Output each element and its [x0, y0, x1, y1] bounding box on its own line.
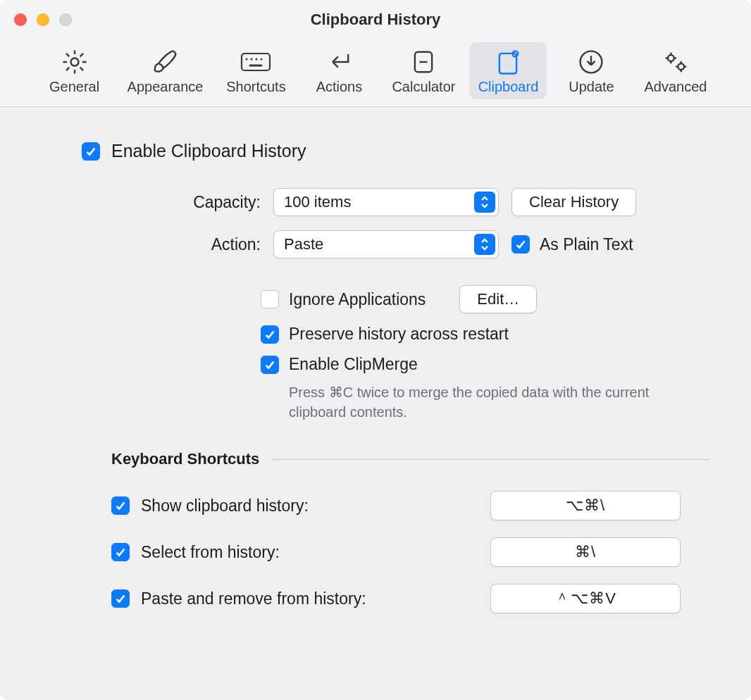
content-pane: Enable Clipboard History Capacity: 100 i… — [0, 107, 751, 700]
clipmerge-hint: Press ⌘C twice to merge the copied data … — [289, 380, 655, 422]
as-plain-text-label: As Plain Text — [540, 235, 633, 254]
preserve-history-label: Preserve history across restart — [289, 325, 509, 344]
tab-label: Actions — [316, 79, 363, 95]
tab-label: Shortcuts — [226, 79, 285, 95]
download-icon — [576, 48, 607, 76]
enable-clipboard-history-checkbox[interactable] — [82, 142, 100, 161]
gear-icon — [59, 48, 90, 76]
divider — [272, 459, 709, 460]
preserve-history-checkbox[interactable] — [261, 325, 279, 344]
tab-advanced[interactable]: Advanced — [635, 42, 715, 99]
preserve-history-row: Preserve history across restart — [261, 319, 723, 349]
titlebar: Clipboard History — [0, 0, 751, 39]
capacity-value: 100 items — [284, 193, 351, 211]
enable-clipboard-history-label: Enable Clipboard History — [111, 141, 306, 161]
action-popup[interactable]: Paste — [273, 230, 499, 258]
enable-clipmerge-row: Enable ClipMerge — [261, 349, 723, 380]
shortcuts-list: Show clipboard history: ⌥⌘\ Select from … — [111, 482, 681, 622]
shortcut-label: Show clipboard history: — [141, 496, 479, 515]
shortcut-checkbox[interactable] — [111, 589, 130, 608]
preferences-toolbar: General Appearance Shortcuts Actions Cal… — [0, 39, 751, 107]
tab-shortcuts[interactable]: Shortcuts — [217, 42, 294, 99]
gears-icon — [660, 48, 691, 76]
tab-label: Appearance — [128, 79, 204, 95]
chevron-updown-icon — [474, 234, 495, 255]
capacity-label: Capacity: — [77, 193, 261, 212]
capacity-popup[interactable]: 100 items — [273, 188, 499, 216]
shortcut-select-from-history: Select from history: ⌘\ — [111, 529, 681, 575]
keyboard-icon — [240, 48, 271, 76]
shortcut-checkbox[interactable] — [111, 543, 130, 561]
edit-ignore-applications-button[interactable]: Edit… — [459, 285, 537, 313]
brush-icon — [149, 48, 180, 76]
enable-clipmerge-label: Enable ClipMerge — [289, 355, 418, 374]
keyboard-shortcuts-title: Keyboard Shortcuts — [111, 450, 259, 468]
ignore-applications-checkbox[interactable] — [261, 290, 279, 308]
shortcut-show-clipboard-history: Show clipboard history: ⌥⌘\ — [111, 482, 681, 529]
tab-calculator[interactable]: Calculator — [383, 42, 464, 99]
tab-label: General — [49, 79, 99, 95]
window-title: Clipboard History — [0, 11, 751, 29]
action-value: Paste — [284, 235, 323, 254]
preferences-window: Clipboard History General Appearance Sho… — [0, 0, 751, 700]
tab-update[interactable]: Update — [552, 42, 630, 99]
tab-general[interactable]: General — [36, 42, 113, 99]
return-icon — [323, 48, 354, 76]
tab-label: Clipboard — [478, 79, 539, 95]
shortcut-checkbox[interactable] — [111, 496, 130, 515]
shortcut-keyfield[interactable]: ＾⌥⌘V — [490, 584, 681, 613]
shortcut-label: Select from history: — [141, 543, 479, 562]
as-plain-text-row: As Plain Text — [511, 235, 723, 254]
shortcut-keyfield[interactable]: ⌥⌘\ — [490, 491, 681, 520]
keyboard-shortcuts-header: Keyboard Shortcuts — [111, 450, 723, 468]
calculator-icon — [408, 48, 439, 76]
action-label: Action: — [77, 235, 261, 254]
enable-clipmerge-checkbox[interactable] — [261, 356, 279, 374]
window-minimize-button[interactable] — [37, 13, 49, 26]
tab-actions[interactable]: Actions — [300, 42, 378, 99]
enable-clipboard-history-row: Enable Clipboard History — [82, 135, 723, 167]
tab-appearance[interactable]: Appearance — [119, 42, 212, 99]
tab-clipboard[interactable]: Clipboard — [469, 42, 547, 99]
svg-point-12 — [678, 63, 684, 70]
svg-rect-1 — [242, 54, 270, 70]
window-zoom-button[interactable] — [59, 13, 72, 26]
ignore-applications-label: Ignore Applications — [289, 290, 426, 309]
tab-label: Advanced — [644, 79, 707, 95]
svg-point-0 — [70, 58, 78, 66]
settings-form: Capacity: 100 items Clear History Action… — [77, 188, 723, 258]
shortcut-label: Paste and remove from history: — [141, 589, 479, 608]
chevron-updown-icon — [474, 192, 495, 213]
clipboard-icon — [492, 48, 523, 76]
ignore-applications-row: Ignore Applications Edit… — [261, 280, 723, 319]
shortcut-keyfield[interactable]: ⌘\ — [490, 537, 681, 567]
shortcut-paste-and-remove: Paste and remove from history: ＾⌥⌘V — [111, 575, 681, 622]
tab-label: Update — [569, 79, 614, 95]
svg-point-11 — [668, 55, 674, 61]
options-group: Ignore Applications Edit… Preserve histo… — [261, 280, 723, 422]
window-close-button[interactable] — [14, 13, 27, 26]
clear-history-button[interactable]: Clear History — [511, 188, 636, 216]
tab-label: Calculator — [392, 79, 455, 95]
as-plain-text-checkbox[interactable] — [511, 235, 530, 254]
traffic-lights — [0, 13, 72, 26]
